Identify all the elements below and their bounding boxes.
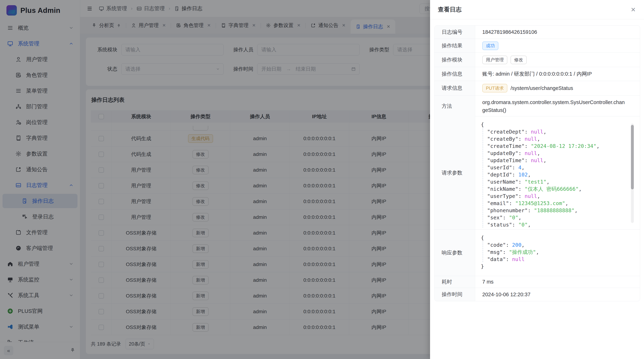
drawer-title: 查看日志: [438, 5, 462, 13]
detail-row-op-info: 操作信息 账号: admin / 研发部门 / 0:0:0:0:0:0:0:1 …: [434, 67, 640, 81]
view-log-drawer: 查看日志 ✕ 日志编号 1842781986426159106 操作结果 成功 …: [430, 0, 644, 359]
detail-row-req-info: 请求信息 PUT请求 /system/user/changeStatus: [434, 81, 640, 95]
drawer-header: 查看日志 ✕: [430, 0, 644, 19]
scrollbar-thumb[interactable]: [631, 125, 634, 189]
request-url: /system/user/changeStatus: [510, 85, 573, 91]
elapsed-value: 7 ms: [475, 276, 640, 288]
request-params-json: { "createDept": null, "createBy": null, …: [475, 116, 640, 229]
detail-row-method: 方法 org.dromara.system.controller.system.…: [434, 95, 640, 116]
detail-row-module: 操作模块 用户管理修改: [434, 53, 640, 67]
indent-guide: [483, 127, 483, 228]
op-info-value: 账号: admin / 研发部门 / 0:0:0:0:0:0:0:1 / 内网I…: [475, 67, 640, 81]
op-time-value: 2024-10-06 12:20:37: [475, 288, 640, 301]
detail-row-result: 操作结果 成功: [434, 39, 640, 53]
detail-row-op-time: 操作时间 2024-10-06 12:20:37: [434, 288, 640, 301]
close-icon[interactable]: ✕: [631, 6, 636, 13]
http-method-badge: PUT请求: [482, 84, 507, 92]
detail-row-request-params: 请求参数 { "createDept": null, "createBy": n…: [434, 116, 640, 230]
status-badge: 成功: [482, 41, 498, 50]
log-id-value: 1842781986426159106: [475, 25, 640, 39]
log-detail-table: 日志编号 1842781986426159106 操作结果 成功 操作模块 用户…: [434, 25, 640, 301]
module-badge: 修改: [510, 56, 527, 64]
detail-row-elapsed: 耗时 7 ms: [434, 276, 640, 288]
module-badge: 用户管理: [482, 56, 507, 64]
response-params-json: { "code": 200, "msg": "操作成功", "data": nu…: [475, 230, 640, 276]
scrollbar-track: [631, 124, 634, 223]
detail-row-log-id: 日志编号 1842781986426159106: [434, 25, 640, 39]
indent-guide: [483, 241, 483, 262]
detail-row-response-params: 响应参数 { "code": 200, "msg": "操作成功", "data…: [434, 230, 640, 276]
method-value: org.dromara.system.controller.system.Sys…: [475, 95, 632, 117]
